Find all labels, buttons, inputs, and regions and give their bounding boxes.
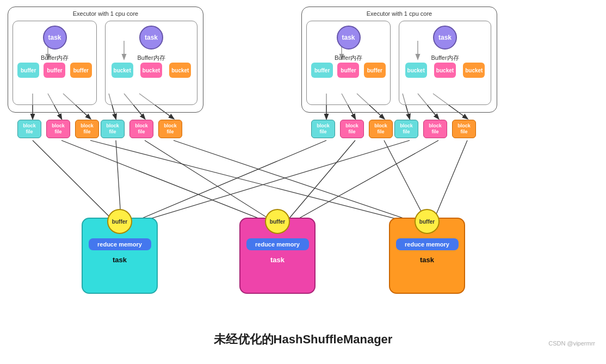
blockfile-4c: blockfile — [452, 120, 476, 138]
buffer-row-2: buffer buffer buffer — [309, 63, 388, 78]
blockfile-4b: blockfile — [423, 120, 447, 138]
subgroup-left-1: task Buffer内存 buffer buffer buffer — [13, 21, 97, 105]
svg-line-16 — [33, 140, 119, 226]
task-circle-1: task — [43, 26, 67, 50]
svg-line-27 — [431, 140, 467, 226]
main-container: Executor with 1 cpu core task Buffer内存 b… — [0, 0, 606, 364]
reduce-buffer-3: buffer — [415, 209, 440, 234]
svg-line-21 — [145, 140, 280, 226]
reduce-task-3: buffer reduce memory task — [389, 218, 465, 294]
blockfile-3b: blockfile — [340, 120, 364, 138]
buffer-mem-label-4: Buffer内存 — [431, 54, 459, 62]
subgroup-right-1: task Buffer内存 buffer buffer buffer — [306, 21, 391, 105]
blockfile-2b: blockfile — [129, 120, 153, 138]
blockfile-3a: blockfile — [311, 120, 335, 138]
buffer-node-3c: buffer — [364, 63, 386, 78]
reduce-buffer-2: buffer — [265, 209, 290, 234]
bucket-row-2: bucket bucket bucket — [401, 63, 488, 78]
subgroup-right-2: task Buffer内存 bucket bucket bucket — [399, 21, 491, 105]
reduce-task-1: buffer reduce memory task — [82, 218, 158, 294]
task-circle-4: task — [433, 26, 457, 50]
reduce-task-label-2: task — [270, 256, 285, 264]
reduce-buffer-1: buffer — [107, 209, 132, 234]
bucket-node-1a: bucket — [112, 63, 133, 78]
bucket-node-1b: bucket — [140, 63, 162, 78]
executor-box-right: Executor with 1 cpu core task Buffer内存 b… — [301, 7, 497, 113]
svg-line-25 — [174, 140, 426, 226]
svg-line-23 — [286, 140, 438, 226]
reduce-task-label-3: task — [420, 256, 434, 264]
reduce-memory-btn-3: reduce memory — [396, 238, 459, 250]
svg-line-18 — [124, 140, 326, 226]
blockfile-1c: blockfile — [75, 120, 99, 138]
executor-label-right: Executor with 1 cpu core — [367, 10, 432, 17]
buffer-node-1c: buffer — [70, 63, 92, 78]
blockfile-4a: blockfile — [394, 120, 418, 138]
buffer-row-1: buffer buffer buffer — [15, 63, 94, 78]
csdn-label: CSDN @vipermrr — [548, 340, 595, 347]
reduce-task-2: buffer reduce memory task — [239, 218, 316, 294]
reduce-memory-btn-1: reduce memory — [89, 238, 151, 250]
reduce-task-label-1: task — [113, 256, 127, 264]
bucket-node-1c: bucket — [169, 63, 191, 78]
buffer-node-3a: buffer — [311, 63, 333, 78]
buffer-node-1b: buffer — [44, 63, 65, 78]
buffer-mem-label-2: Buffer内存 — [137, 54, 165, 62]
task-circle-3: task — [337, 26, 361, 50]
blockfile-3c: blockfile — [369, 120, 393, 138]
buffer-mem-label-1: Buffer内存 — [41, 54, 69, 62]
blockfile-1b: blockfile — [46, 120, 70, 138]
blockfile-1a: blockfile — [17, 120, 41, 138]
page-title: 未经优化的HashShuffleManager — [0, 331, 606, 348]
subgroup-left-2: task Buffer内存 bucket bucket bucket — [105, 21, 197, 105]
bucket-node-2a: bucket — [405, 63, 427, 78]
svg-line-24 — [90, 140, 423, 226]
buffer-node-3b: buffer — [337, 63, 359, 78]
task-circle-2: task — [139, 26, 163, 50]
reduce-memory-btn-2: reduce memory — [246, 238, 309, 250]
bucket-node-2c: bucket — [463, 63, 485, 78]
buffer-node-1a: buffer — [17, 63, 39, 78]
executor-box-left: Executor with 1 cpu core task Buffer内存 b… — [8, 7, 203, 113]
blockfile-2a: blockfile — [101, 120, 125, 138]
bucket-node-2b: bucket — [434, 63, 456, 78]
buffer-mem-label-3: Buffer内存 — [335, 54, 362, 62]
svg-line-20 — [61, 140, 277, 226]
blockfile-2c: blockfile — [158, 120, 182, 138]
svg-line-22 — [283, 140, 355, 226]
bucket-row-1: bucket bucket bucket — [108, 63, 195, 78]
executor-label-left: Executor with 1 cpu core — [73, 10, 138, 17]
